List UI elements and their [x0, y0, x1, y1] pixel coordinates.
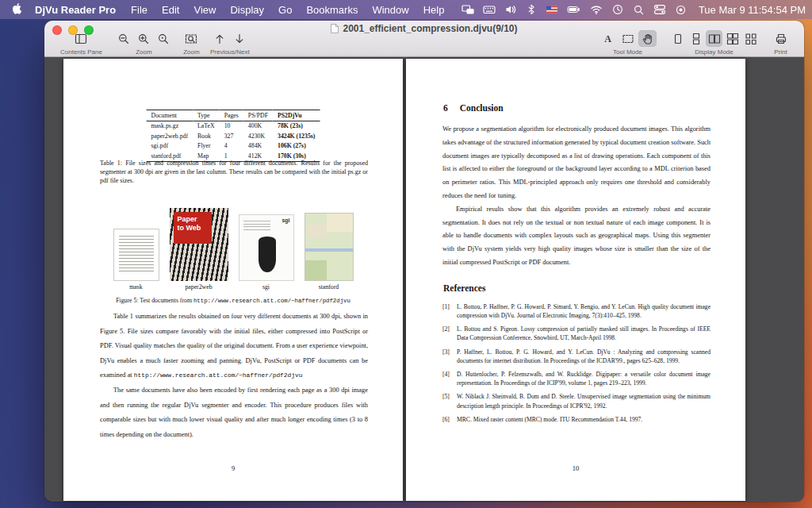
menu-view[interactable]: View [186, 4, 223, 16]
page-10-body: 6 Conclusion We propose a segmentation a… [442, 103, 710, 429]
menu-edit[interactable]: Edit [155, 4, 186, 16]
siri-icon[interactable] [675, 4, 687, 16]
table-cell: paper2web.pdf [147, 131, 193, 141]
table-cell: 327 [220, 131, 243, 141]
reference-text: W. Niblack J. Sheinvald, B. Dom and D. S… [457, 392, 710, 410]
page-9: Document Type Pages PS/PDF PS2DjVu mask.… [63, 59, 403, 501]
figure-item-mask: mask [113, 229, 159, 291]
window-title-text: 2001_efficient_compression.djvu(9/10) [343, 23, 517, 34]
grid-view-mode-button[interactable] [742, 30, 759, 47]
table-cell: LaTeX [193, 121, 220, 131]
apple-menu[interactable] [6, 2, 27, 17]
figure-image-paper2web: Paper to Web [170, 208, 228, 281]
figure-image-label: paper2web [185, 284, 212, 291]
reference-label: [6] [442, 415, 452, 424]
paragraph-url: http://www.research.att.com/~haffner/pdf… [134, 371, 303, 379]
section-number: 6 [443, 103, 448, 113]
app-window: 2001_efficient_compression.djvu(9/10) Co… [44, 21, 804, 502]
table-cell: 78K (23s) [273, 121, 320, 131]
references-heading: References [443, 283, 710, 293]
reference-label: [4] [442, 370, 452, 387]
clock-icon[interactable] [611, 3, 624, 16]
table-cell: 4230K [243, 131, 273, 141]
menu-bar: DjVu Reader Pro File Edit View Display G… [0, 0, 812, 19]
figure-5: mask Paper to Web paper2web sgi [92, 208, 374, 291]
zoom-out-button[interactable] [115, 30, 133, 47]
menubar-clock[interactable]: Tue Mar 9 11:54:54 PM [699, 4, 806, 16]
menu-bookmarks[interactable]: Bookmarks [299, 4, 365, 16]
volume-icon[interactable] [504, 3, 517, 16]
table-cell: 106K (27s) [273, 141, 320, 152]
prev-next-label: Previous/Next [210, 48, 250, 56]
figure-image-label: stanford [319, 284, 339, 291]
sgi-text-lines [243, 221, 270, 231]
figure-item-paper2web: Paper to Web paper2web [170, 208, 228, 291]
figure-item-sgi: sgi sgi [239, 214, 294, 291]
wifi-icon[interactable] [590, 3, 603, 16]
contents-pane-label: Contents Pane [60, 48, 102, 56]
zoom-out-icon [117, 33, 130, 45]
table-cell: sgi.pdf [147, 141, 193, 152]
figure-image-label: sgi [262, 284, 270, 291]
table-cell: 10 [220, 121, 243, 131]
text-tool-icon: A [604, 34, 611, 44]
window-chrome: 2001_efficient_compression.djvu(9/10) Co… [44, 21, 804, 57]
table-header-cell: Pages [220, 110, 243, 121]
table-header-cell: Type [193, 110, 220, 121]
print-button[interactable] [772, 30, 790, 47]
reference-text: L. Bottou and S. Pigeon. Lossy compressi… [457, 325, 710, 342]
reference-item: [6] MRC. Mixed raster content (MRC) mode… [442, 415, 710, 424]
control-center-icon[interactable] [653, 3, 666, 16]
menu-file[interactable]: File [124, 4, 155, 16]
bluetooth-icon[interactable] [526, 3, 537, 16]
reference-item: [2] L. Bottou and S. Pigeon. Lossy compr… [442, 325, 710, 342]
reference-label: [3] [442, 348, 452, 365]
reference-item: [1] L. Bottou, P. Haffner, P. G. Howard,… [442, 302, 710, 320]
two-pages-icon [708, 33, 721, 45]
print-label: Print [774, 48, 787, 56]
paper2web-cover-line1: Paper [178, 215, 212, 224]
sgi-logo-text: sgi [282, 217, 289, 223]
figure-caption-text: Figure 5: Test documents from [116, 297, 193, 304]
figure-item-stanford: stanford [304, 213, 354, 291]
menu-go[interactable]: Go [271, 4, 299, 16]
menu-window[interactable]: Window [365, 4, 416, 16]
apple-icon [12, 2, 22, 17]
minimize-button[interactable] [68, 25, 78, 35]
fullscreen-button[interactable] [84, 25, 94, 35]
toolbar-group-print: Print [772, 30, 790, 56]
sgi-vase-shape [259, 237, 276, 272]
table-cell: mask.ps.gz [147, 121, 193, 131]
document-view[interactable]: Document Type Pages PS/PDF PS2DjVu mask.… [44, 57, 804, 502]
paper2web-cover-line2: to Web [178, 224, 212, 233]
paper2web-cover: Paper to Web [174, 212, 212, 244]
reference-text: P. Haffner, L. Bottou, P. G. Howard, and… [457, 348, 710, 365]
menu-help[interactable]: Help [416, 4, 452, 16]
paragraph: Empirical results show that this algorit… [442, 203, 710, 270]
two-pages-continuous-mode-button[interactable] [724, 30, 741, 47]
spotlight-icon[interactable] [633, 4, 645, 16]
table-header-cell: PS2DjVu [273, 110, 320, 121]
two-pages-continuous-icon [726, 33, 739, 45]
paragraph: Table 1 summarizes the results obtained … [100, 310, 368, 383]
reference-label: [2] [442, 325, 452, 342]
page-10: 6 Conclusion We propose a segmentation a… [406, 59, 745, 501]
table-header-cell: PS/PDF [243, 110, 273, 121]
display-icon[interactable] [462, 3, 474, 16]
table-row: sgi.pdf Flyer 4 484K 106K (27s) [147, 141, 320, 152]
keyboard-icon[interactable] [483, 3, 496, 16]
app-menu-title[interactable]: DjVu Reader Pro [27, 4, 124, 16]
table-cell: 4 [220, 141, 243, 152]
close-button[interactable] [52, 25, 62, 35]
page-number: 9 [63, 464, 403, 472]
section-heading: 6 Conclusion [443, 103, 710, 113]
zoom-label: Zoom [136, 48, 151, 56]
page-number: 10 [406, 464, 745, 472]
page-9-body: Table 1 summarizes the results obtained … [100, 310, 368, 442]
menu-display[interactable]: Display [223, 4, 271, 16]
input-source-flag-icon[interactable] [546, 3, 558, 16]
document-icon [331, 24, 339, 33]
battery-icon[interactable] [567, 3, 581, 16]
reference-text: MRC. Mixed raster content (MRC) mode. IT… [457, 415, 710, 424]
paragraph: We propose a segmentation algorithm for … [442, 123, 710, 203]
